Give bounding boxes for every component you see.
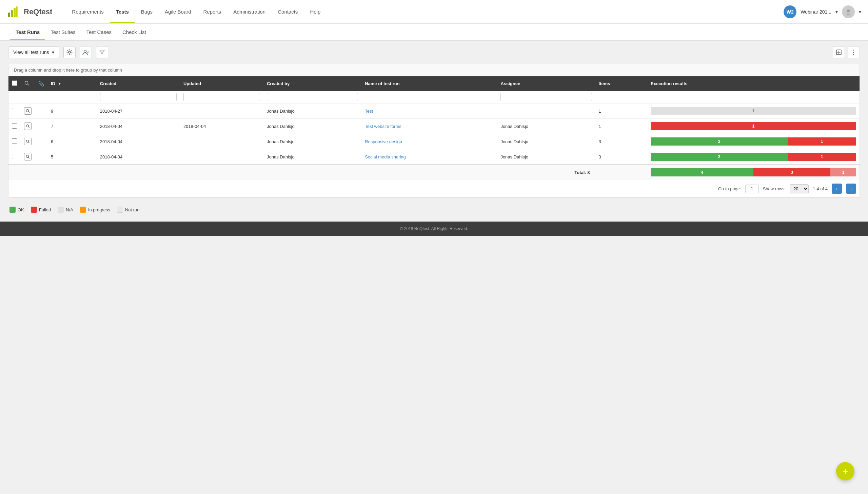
th-attachment: 📎 [35,76,47,91]
pagination-area: Go to page: Show rows: 20 50 100 1-4 of … [12,184,856,194]
view-selector[interactable]: View all test runs ▾ [8,46,59,58]
total-exec-ok: 4 [651,168,753,176]
exec-bar: 1 [651,122,856,130]
row-checkbox[interactable] [12,138,17,144]
row-created: 2018-04-27 [97,103,180,119]
row-name[interactable]: Social media sharing [361,149,497,165]
row-updated [180,103,263,119]
drag-hint: Drag a column and drop it here to group … [8,64,860,76]
th-assignee: Assignee [497,76,595,91]
exec-segment-failed: 1 [788,137,856,146]
row-search-icon[interactable] [24,122,32,130]
row-assignee: Jonas Dahlsjo [497,149,595,165]
export-button[interactable] [833,46,845,58]
nav-tests[interactable]: Tests [110,1,135,23]
exec-bar: 2 1 [651,137,856,146]
th-id[interactable]: ID ▼ [47,76,97,91]
row-checkbox[interactable] [12,108,17,113]
row-attachment-cell [35,103,47,119]
tab-check-list[interactable]: Check List [117,24,152,40]
legend-failed-label: Failed [39,207,51,212]
nav-contacts[interactable]: Contacts [272,1,304,23]
row-items: 3 [595,149,648,165]
profile-avatar[interactable] [842,5,855,18]
tab-test-cases[interactable]: Test Cases [81,24,117,40]
user-name[interactable]: Webinar 201... [801,9,831,15]
row-attachment-cell [35,119,47,134]
app-logo[interactable]: ReQtest [7,4,52,19]
total-exec-failed: 3 [753,168,830,176]
svg-point-10 [25,81,28,84]
row-attachment-cell [35,149,47,165]
user-dropdown-icon[interactable]: ▾ [835,9,838,15]
row-name[interactable]: Responsive design [361,134,497,149]
assign-button[interactable] [80,46,92,58]
svg-point-13 [26,140,29,142]
tab-test-suites[interactable]: Test Suites [45,24,81,40]
row-checkbox-cell[interactable] [8,103,21,119]
row-attachment-cell [35,134,47,149]
row-id: 9 [47,103,97,119]
row-execution-results: 1 [647,119,860,134]
exec-segment-failed: 1 [788,153,856,161]
row-checkbox[interactable] [12,154,17,159]
nav-help[interactable]: Help [304,1,327,23]
settings-button[interactable] [63,46,76,58]
row-search-cell[interactable] [21,103,35,119]
svg-rect-4 [16,6,17,17]
legend-ok-dot [9,207,16,213]
row-id: 6 [47,134,97,149]
select-all-checkbox[interactable] [12,80,17,86]
nav-administration[interactable]: Administration [227,1,272,23]
nav-requirements[interactable]: Requirements [66,1,110,23]
test-runs-table: 📎 ID ▼ Created Updated Created by Name o… [8,76,860,197]
total-exec-cell: 4 3 1 [647,165,860,180]
row-checkbox[interactable] [12,123,17,129]
profile-dropdown-icon[interactable]: ▾ [859,9,861,15]
nav-bugs[interactable]: Bugs [135,1,159,23]
row-items: 3 [595,134,648,149]
legend-in-progress-dot [80,207,86,213]
footer: © 2018 ReQtest. All Rights Reserved. [0,222,868,236]
view-selector-label: View all test runs [13,50,49,55]
next-page-button[interactable]: › [846,184,856,194]
th-items: Items [595,76,648,91]
toolbar: View all test runs ▾ [8,46,860,58]
filter-button[interactable] [96,46,108,58]
tab-test-runs[interactable]: Test Runs [10,24,45,40]
user-initials-avatar[interactable]: W2 [784,5,796,18]
svg-point-8 [84,50,86,53]
svg-point-5 [847,10,850,12]
more-options-button[interactable]: ⋮ [848,46,860,58]
nav-reports[interactable]: Reports [197,1,228,23]
th-checkbox[interactable] [8,76,21,91]
row-name[interactable]: Test website forms [361,119,497,134]
row-execution-results: 1 [647,103,860,119]
assignee-filter[interactable] [500,93,592,101]
row-assignee [497,103,595,119]
test-runs-table-container: Drag a column and drop it here to group … [8,64,860,198]
go-to-page-input[interactable] [745,185,759,193]
legend-in-progress: In progress [80,207,110,213]
sub-tabs: Test Runs Test Suites Test Cases Check L… [0,24,868,41]
row-created: 2018-04-04 [97,149,180,165]
updated-filter[interactable] [183,93,260,101]
legend-not-run-label: Not run [125,207,140,212]
row-search-icon[interactable] [24,153,32,160]
go-to-page-label: Go to page: [718,186,741,191]
legend-na: N/A [58,207,73,213]
nav-agile-board[interactable]: Agile Board [159,1,197,23]
main-content: View all test runs ▾ [0,41,868,222]
show-rows-select[interactable]: 20 50 100 [790,184,809,193]
row-assignee: Jonas Dahlsjo [497,119,595,134]
row-search-icon[interactable] [24,138,32,145]
prev-page-button[interactable]: ‹ [832,184,842,194]
toolbar-right: ⋮ [833,46,860,58]
user-area: W2 Webinar 201... ▾ ▾ [784,5,861,18]
row-name[interactable]: Test [361,103,497,119]
row-execution-results: 2 1 [647,134,860,149]
row-search-icon[interactable] [24,107,32,115]
created-by-filter[interactable] [267,93,358,101]
created-filter[interactable] [100,93,177,101]
pagination-row: Go to page: Show rows: 20 50 100 1-4 of … [8,180,860,197]
